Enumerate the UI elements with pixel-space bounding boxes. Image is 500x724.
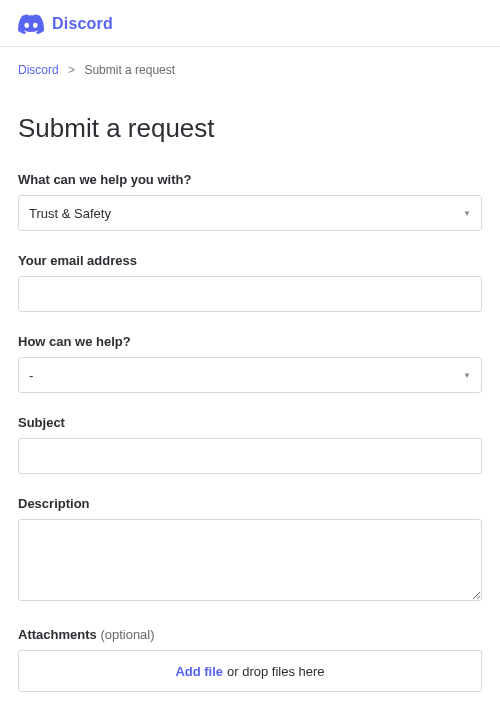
email-input[interactable] [18, 276, 482, 312]
field-email: Your email address [18, 253, 482, 312]
breadcrumb-current: Submit a request [84, 63, 175, 77]
label-help-with: What can we help you with? [18, 172, 482, 187]
label-description: Description [18, 496, 482, 511]
select-how-help[interactable]: - ▼ [18, 357, 482, 393]
field-help-with: What can we help you with? Trust & Safet… [18, 172, 482, 231]
page-title: Submit a request [18, 113, 482, 144]
description-textarea[interactable] [18, 519, 482, 601]
chevron-down-icon: ▼ [463, 371, 471, 380]
drop-files-text: or drop files here [227, 664, 325, 679]
brand-name: Discord [52, 15, 113, 33]
main-content: Submit a request What can we help you wi… [0, 113, 500, 724]
label-subject: Subject [18, 415, 482, 430]
subject-input[interactable] [18, 438, 482, 474]
attachments-dropzone[interactable]: Add file or drop files here [18, 650, 482, 692]
label-how-help: How can we help? [18, 334, 482, 349]
add-file-link: Add file [175, 664, 223, 679]
label-attachments-optional: (optional) [100, 627, 154, 642]
chevron-down-icon: ▼ [463, 209, 471, 218]
discord-icon [18, 14, 44, 34]
breadcrumb-root[interactable]: Discord [18, 63, 59, 77]
field-how-help: How can we help? - ▼ [18, 334, 482, 393]
field-attachments: Attachments (optional) Add file or drop … [18, 627, 482, 692]
breadcrumb: Discord > Submit a request [0, 47, 500, 77]
label-attachments: Attachments (optional) [18, 627, 482, 642]
label-email: Your email address [18, 253, 482, 268]
brand-logo[interactable]: Discord [18, 14, 113, 34]
select-how-help-value: - [29, 368, 33, 383]
app-header: Discord [0, 0, 500, 47]
breadcrumb-separator: > [68, 63, 75, 77]
field-subject: Subject [18, 415, 482, 474]
label-attachments-text: Attachments [18, 627, 97, 642]
select-help-with-value: Trust & Safety [29, 206, 111, 221]
field-description: Description [18, 496, 482, 605]
select-help-with[interactable]: Trust & Safety ▼ [18, 195, 482, 231]
